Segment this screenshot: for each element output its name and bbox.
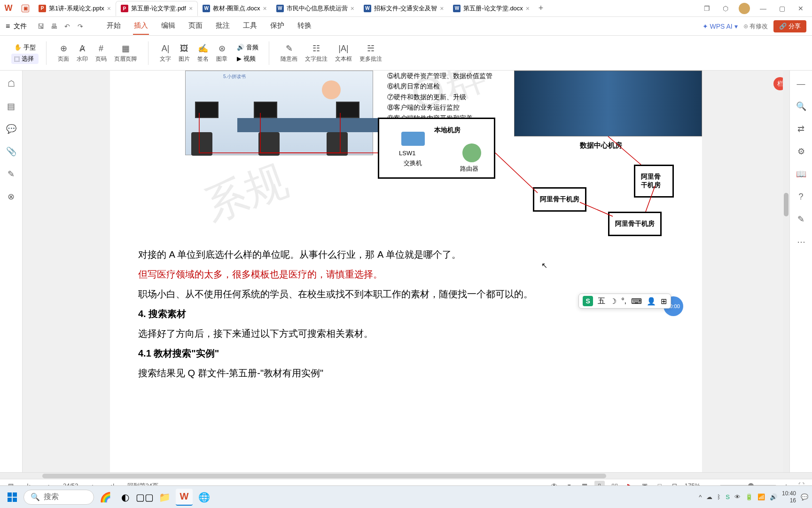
tab-ppt[interactable]: P第1讲-系规论文.pptx× — [34, 1, 116, 16]
grid-icon[interactable]: ⊞ — [661, 297, 667, 306]
scrollbar-thumb[interactable] — [784, 193, 789, 216]
start-button[interactable] — [4, 489, 21, 506]
document-viewport[interactable]: 系规 Q群 5.小拼读书 ⑤机房硬件资产管理、数据价值监管 ⑥机房日常的巡检 — [23, 71, 789, 472]
close-icon[interactable]: × — [526, 5, 530, 12]
user-avatar[interactable] — [739, 3, 750, 14]
share-button[interactable]: 🔗 分享 — [773, 20, 806, 32]
save-icon[interactable]: 🖫 — [36, 22, 46, 31]
settings-icon[interactable]: ⚙ — [796, 146, 807, 157]
ime-tray-icon[interactable]: S — [726, 493, 730, 500]
menu-tab-page[interactable]: 页面 — [187, 17, 203, 35]
help-icon[interactable]: ? — [796, 191, 807, 202]
search-icon[interactable]: 🔍 — [796, 101, 807, 112]
layers-icon[interactable]: ⊗ — [6, 191, 17, 202]
battery-icon[interactable]: 🔋 — [745, 493, 753, 500]
tab-home[interactable]: ▣ — [17, 1, 34, 16]
weather-widget[interactable]: 🌈 — [97, 489, 114, 506]
onedrive-icon[interactable]: ☁ — [706, 493, 712, 500]
hamburger-icon[interactable]: ≡ — [6, 22, 10, 31]
audio-button[interactable]: 🔊音频 — [234, 42, 261, 53]
comment-icon[interactable]: 💬 — [6, 123, 17, 135]
chrome-icon[interactable]: 🌐 — [195, 489, 212, 506]
menu-tab-edit[interactable]: 编辑 — [160, 17, 176, 35]
more-icon[interactable]: ⋯ — [796, 236, 807, 247]
file-menu[interactable]: 文件 — [14, 22, 27, 31]
minimize-button[interactable]: — — [757, 3, 769, 14]
undo-icon[interactable]: ↶ — [62, 22, 72, 31]
edit-icon[interactable]: ✎ — [6, 168, 17, 180]
eye-care-icon[interactable]: 👁 — [734, 493, 741, 500]
watermark-button[interactable]: A̷水印 — [73, 41, 92, 65]
horizontal-scrollbar[interactable] — [0, 472, 812, 479]
close-button[interactable]: ✕ — [795, 3, 806, 14]
video-button[interactable]: ▶视频 — [234, 54, 261, 64]
taskbar-clock[interactable]: 10:40 16 — [782, 490, 796, 504]
page-button[interactable]: ⊕页面 — [54, 41, 73, 65]
ime-toolbar[interactable]: S 五 ☽ °, ⌨ 👤 ⊞ — [578, 294, 671, 309]
close-icon[interactable]: × — [351, 5, 354, 12]
hand-tool[interactable]: ✋手型 — [11, 42, 39, 53]
menu-tab-protect[interactable]: 保护 — [269, 17, 285, 35]
copilot-icon[interactable]: ◐ — [117, 489, 133, 506]
vertical-scrollbar[interactable] — [783, 71, 789, 472]
add-tab-button[interactable]: + — [534, 3, 547, 13]
redo-icon[interactable]: ↷ — [76, 22, 85, 31]
tab-doc2[interactable]: W市民中心信息系统运营× — [272, 1, 359, 16]
close-icon[interactable]: × — [440, 5, 444, 12]
tray-chevron-icon[interactable]: ^ — [699, 493, 702, 500]
menu-tab-insert[interactable]: 插入 — [133, 17, 149, 35]
collapse-icon[interactable]: — — [796, 78, 807, 89]
stamp-button[interactable]: ⊛图章 — [212, 41, 231, 65]
user-icon[interactable]: 👤 — [647, 297, 656, 306]
ime-mode[interactable]: 五 — [598, 296, 605, 306]
notifications-icon[interactable]: 💬 — [801, 493, 808, 500]
menu-tab-start[interactable]: 开始 — [106, 17, 122, 35]
taskbar-search[interactable]: 🔍搜索 — [23, 490, 94, 505]
volume-icon[interactable]: 🔊 — [770, 493, 777, 500]
tab-pdf-active[interactable]: P第五册-论文学堂.pdf× — [116, 1, 198, 16]
menu-tab-annotate[interactable]: 批注 — [215, 17, 231, 35]
tab-doc3[interactable]: W招标文件-交通安全及智× — [359, 1, 449, 16]
select-tool[interactable]: ⬚选择 — [11, 54, 39, 64]
tab-doc1[interactable]: W教材-圈重点.docx× — [198, 1, 272, 16]
ime-logo-icon[interactable]: S — [583, 296, 593, 306]
scrollbar-thumb[interactable] — [42, 474, 606, 478]
maximize-button[interactable]: ▢ — [776, 3, 788, 14]
bookmark-icon[interactable]: ☖ — [6, 78, 17, 89]
close-icon[interactable]: × — [189, 5, 193, 12]
bluetooth-icon[interactable]: ᛒ — [717, 493, 721, 500]
keyboard-icon[interactable]: ⌨ — [631, 297, 642, 306]
wifi-icon[interactable]: 📶 — [757, 493, 765, 500]
explorer-icon[interactable]: 📁 — [156, 489, 173, 506]
textbox-button[interactable]: |A|文本框 — [331, 41, 356, 65]
sign-button[interactable]: ✍签名 — [194, 41, 212, 65]
wps-logo[interactable]: W — [0, 0, 17, 17]
menu-tab-tools[interactable]: 工具 — [242, 17, 258, 35]
close-icon[interactable]: × — [263, 5, 267, 12]
attachment-icon[interactable]: 📎 — [6, 146, 17, 157]
freehand-button[interactable]: ✎随意画 — [277, 41, 301, 65]
taskview-icon[interactable]: ▢▢ — [136, 489, 153, 506]
pageno-button[interactable]: #页码 — [92, 41, 110, 65]
punct-icon[interactable]: °, — [621, 297, 626, 305]
cube-icon[interactable]: ⬡ — [720, 3, 731, 14]
image-button[interactable]: 🖼图片 — [175, 41, 194, 65]
text-button[interactable]: A|文字 — [156, 41, 175, 65]
tab-doc4[interactable]: W第五册-论文学堂.docx× — [448, 1, 534, 16]
wps-taskbar-icon[interactable]: W — [176, 489, 193, 506]
edit-icon[interactable]: ✎ — [796, 214, 807, 225]
textbatch-button[interactable]: ☷文字批注 — [301, 41, 331, 65]
header-button[interactable]: ▦页眉页脚 — [110, 41, 141, 65]
menu-tab-convert[interactable]: 转换 — [297, 17, 312, 35]
restore-icon[interactable]: ❐ — [701, 3, 712, 14]
moon-icon[interactable]: ☽ — [610, 297, 617, 306]
print-icon[interactable]: 🖶 — [49, 22, 59, 31]
read-icon[interactable]: 📖 — [796, 168, 807, 180]
close-icon[interactable]: × — [107, 5, 111, 12]
thumbnail-icon[interactable]: ▤ — [6, 101, 17, 112]
convert-icon[interactable]: ⇄ — [796, 123, 807, 135]
wps-ai-button[interactable]: ✦ WPS AI ▾ — [703, 23, 738, 30]
modify-status[interactable]: ⊙ 有修改 — [743, 22, 768, 31]
more-button[interactable]: ☵更多批注 — [356, 41, 386, 65]
ribbon: ✋手型 ⬚选择 ⊕页面 A̷水印 #页码 ▦页眉页脚 A|文字 🖼图片 ✍签名 … — [0, 36, 812, 71]
